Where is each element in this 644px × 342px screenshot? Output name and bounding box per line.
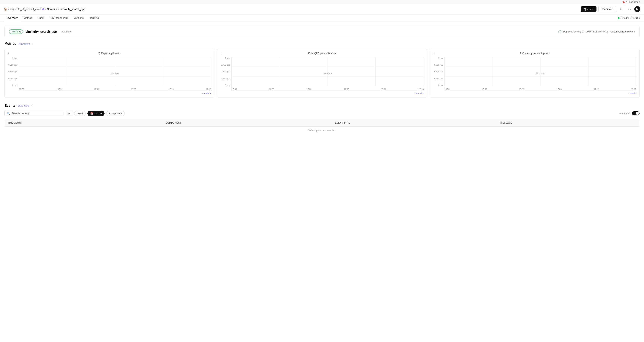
component-filter-label: Component bbox=[109, 112, 122, 115]
service-card-left: Running similarity_search_app za1ah2iy bbox=[9, 30, 71, 34]
nodes-label: 2 nodes, 8 CPU bbox=[621, 17, 638, 20]
x-label-2-1: 16:55 bbox=[269, 88, 274, 90]
component-filter-button[interactable]: Component bbox=[106, 111, 124, 116]
service-id: za1ah2iy bbox=[61, 30, 71, 33]
y-label-3-3: 0.250 ms bbox=[433, 77, 443, 80]
card-icon-button[interactable]: ▭ bbox=[626, 6, 632, 12]
current-button-2[interactable]: current ▾ bbox=[415, 92, 424, 95]
avatar[interactable]: M bbox=[634, 6, 640, 12]
current-label-1: current bbox=[202, 92, 209, 95]
vert-line bbox=[115, 57, 115, 86]
y-label-3-2: 0.500 ms bbox=[433, 71, 443, 73]
level-filter-button[interactable]: Level bbox=[74, 111, 86, 116]
table-row-no-data: Listening for new events... bbox=[5, 127, 640, 134]
chart-error-qps: ℹ Error QPS per application 1 qps 0.750 … bbox=[217, 49, 427, 98]
time-filter-button[interactable]: 📅 Last 7d bbox=[88, 111, 104, 116]
grid-icon-button[interactable]: ⊞ bbox=[618, 6, 624, 12]
search-box[interactable]: 🔍 bbox=[4, 111, 64, 116]
query-button[interactable]: Query ▾ bbox=[581, 6, 596, 12]
chart-plot-3: No data 16:50 16:55 17:00 17:05 17:10 17… bbox=[444, 57, 636, 91]
x-label-3-5: 17:15 bbox=[631, 88, 636, 90]
events-view-more[interactable]: View more → bbox=[18, 104, 32, 107]
bookmarks-bar: 🔖 All Bookmarks bbox=[0, 0, 644, 4]
chart-x-axis-3: 16:50 16:55 17:00 17:05 17:10 17:15 bbox=[444, 88, 636, 90]
live-mode-toggle[interactable] bbox=[632, 111, 640, 115]
level-filter-label: Level bbox=[77, 112, 83, 115]
bookmarks-label: All Bookmarks bbox=[626, 1, 640, 3]
search-input[interactable] bbox=[12, 112, 62, 115]
current-label-2: current bbox=[415, 92, 422, 95]
chevron-down-icon-chart1: ▾ bbox=[210, 92, 211, 95]
chart-wrapper-2: ℹ Error QPS per application 1 qps 0.750 … bbox=[220, 52, 424, 95]
current-button-1[interactable]: current ▾ bbox=[202, 92, 211, 95]
vert-line bbox=[328, 57, 328, 86]
breadcrumb-sep-1: / bbox=[8, 8, 9, 11]
green-status-dot bbox=[618, 17, 620, 19]
home-icon[interactable]: 🏠 bbox=[4, 8, 7, 11]
chart-area-3: 1 ms 0.750 ms 0.500 ms 0.250 ms 0 ms bbox=[433, 57, 636, 91]
chart-footer-1: current ▾ bbox=[8, 92, 211, 95]
card-icon: ▭ bbox=[628, 7, 631, 11]
toggle-knob bbox=[636, 112, 639, 115]
tab-ray-dashboard[interactable]: Ray Dashboard bbox=[46, 14, 70, 22]
top-bar: 🏠 / anyscale_v2_default_cloud / Services… bbox=[0, 4, 644, 14]
chart-p90-latency: ℹ P90 latency per deployment 1 ms 0.750 … bbox=[430, 49, 640, 98]
metrics-view-more[interactable]: View more → bbox=[18, 42, 33, 45]
events-controls: 🔍 ⊟ Level 📅 Last 7d Component Live mode bbox=[4, 111, 640, 116]
events-title: Events bbox=[4, 104, 16, 108]
chart-title-1: QPS per application bbox=[8, 52, 211, 55]
nav-tabs: Overview Metrics Logs Ray Dashboard Vers… bbox=[4, 14, 102, 22]
y-label-3-1: 0.750 ms bbox=[433, 64, 443, 66]
current-button-3[interactable]: current ▾ bbox=[628, 92, 636, 95]
live-mode-label: Live mode bbox=[619, 112, 630, 115]
vert-line bbox=[280, 57, 280, 86]
x-label-3-1: 16:55 bbox=[482, 88, 487, 90]
cloud-name[interactable]: anyscale_v2_default_cloud bbox=[10, 8, 44, 11]
cloud-diamond-icon bbox=[42, 8, 44, 10]
metrics-title: Metrics bbox=[4, 42, 16, 46]
table-header-row: TIMESTAMP COMPONENT EVENT TYPE MESSAGE bbox=[5, 119, 640, 127]
chart-wrapper-1: ℹ QPS per application 1 qps 0.750 qps 0.… bbox=[8, 52, 211, 95]
x-label-1-2: 17:00 bbox=[94, 88, 99, 90]
terminate-button-label: Terminate bbox=[602, 8, 613, 11]
x-label-1-3: 17:05 bbox=[131, 88, 136, 90]
x-label-1-5: 17:15 bbox=[206, 88, 211, 90]
chart-vert-lines-2 bbox=[232, 57, 424, 86]
breadcrumb: 🏠 / anyscale_v2_default_cloud / Services… bbox=[4, 8, 85, 11]
clock-icon: 🕐 bbox=[558, 30, 562, 33]
x-label-2-3: 17:05 bbox=[344, 88, 349, 90]
filter-icon-button[interactable]: ⊟ bbox=[66, 111, 72, 116]
tab-metrics[interactable]: Metrics bbox=[20, 14, 35, 22]
tab-logs[interactable]: Logs bbox=[35, 14, 46, 22]
chart-x-axis-1: 16:50 16:55 17:00 17:05 17:10 17:15 bbox=[19, 88, 211, 90]
events-view-more-label: View more bbox=[18, 104, 29, 107]
nodes-badge[interactable]: 2 nodes, 8 CPU ▾ bbox=[618, 17, 640, 20]
charts-grid: ℹ QPS per application 1 qps 0.750 qps 0.… bbox=[4, 49, 640, 98]
terminate-button[interactable]: Terminate bbox=[598, 6, 616, 12]
breadcrumb-sep-3: / bbox=[58, 8, 59, 11]
chart-y-axis-1: 1 qps 0.750 qps 0.500 qps 0.250 qps 0 qp… bbox=[8, 57, 19, 91]
tab-versions[interactable]: Versions bbox=[70, 14, 87, 22]
all-bookmarks-link[interactable]: 🔖 All Bookmarks bbox=[622, 1, 640, 3]
tab-terminal[interactable]: Terminal bbox=[87, 14, 102, 22]
chevron-down-icon-chart2: ▾ bbox=[422, 92, 424, 95]
breadcrumb-sep-2: / bbox=[45, 8, 46, 11]
chart-vert-lines-1 bbox=[19, 57, 211, 86]
services-link[interactable]: Services bbox=[47, 8, 57, 11]
y-label-3-0: 1 ms bbox=[433, 57, 443, 59]
chart-info-icon-2: ℹ bbox=[221, 52, 222, 55]
metrics-section-header: Metrics View more → bbox=[4, 42, 640, 46]
x-label-1-0: 16:50 bbox=[19, 88, 24, 90]
vert-line bbox=[376, 57, 376, 86]
x-label-2-5: 17:15 bbox=[418, 88, 424, 90]
main-content: Running similarity_search_app za1ah2iy 🕐… bbox=[0, 22, 644, 138]
grid-icon: ⊞ bbox=[620, 7, 622, 11]
chart-area-2: 1 qps 0.750 qps 0.500 qps 0.250 qps 0 qp… bbox=[220, 57, 424, 91]
tab-overview[interactable]: Overview bbox=[4, 14, 20, 22]
x-label-3-2: 17:00 bbox=[519, 88, 524, 90]
x-label-3-0: 16:50 bbox=[444, 88, 450, 90]
x-label-2-0: 16:50 bbox=[232, 88, 237, 90]
live-mode-container: Live mode bbox=[619, 111, 640, 115]
y-label-3-4: 0 ms bbox=[433, 84, 443, 86]
chart-plot-2: No data 16:50 16:55 17:00 17:05 17:10 17… bbox=[232, 57, 424, 91]
